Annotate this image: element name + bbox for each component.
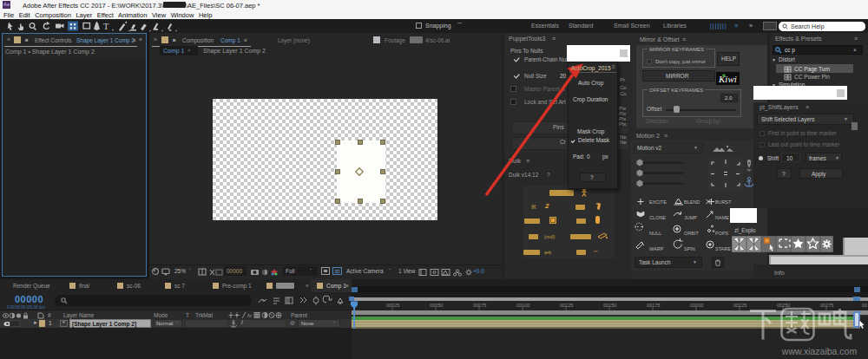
svg-text:www.xiazaiba.com: www.xiazaiba.com — [781, 346, 858, 356]
svg-text:JUMP: JUMP — [684, 215, 697, 220]
svg-text:BLEND: BLEND — [684, 199, 700, 205]
svg-text:fx: fx — [247, 313, 253, 318]
svg-text:Kiwi: Kiwi — [718, 74, 737, 84]
svg-text:SPIN: SPIN — [684, 246, 695, 251]
svg-text:T: T — [103, 22, 109, 31]
svg-text:CLONE: CLONE — [649, 215, 666, 220]
svg-text:POPS: POPS — [715, 231, 729, 236]
svg-text:ORBIT: ORBIT — [684, 231, 699, 236]
svg-text:BURST: BURST — [715, 199, 732, 205]
svg-text:STARE: STARE — [715, 246, 731, 251]
svg-text:NULL: NULL — [649, 231, 661, 236]
svg-text:WARP: WARP — [649, 246, 664, 251]
svg-text:EXCITE: EXCITE — [649, 199, 667, 205]
svg-text:NAME: NAME — [715, 215, 729, 220]
